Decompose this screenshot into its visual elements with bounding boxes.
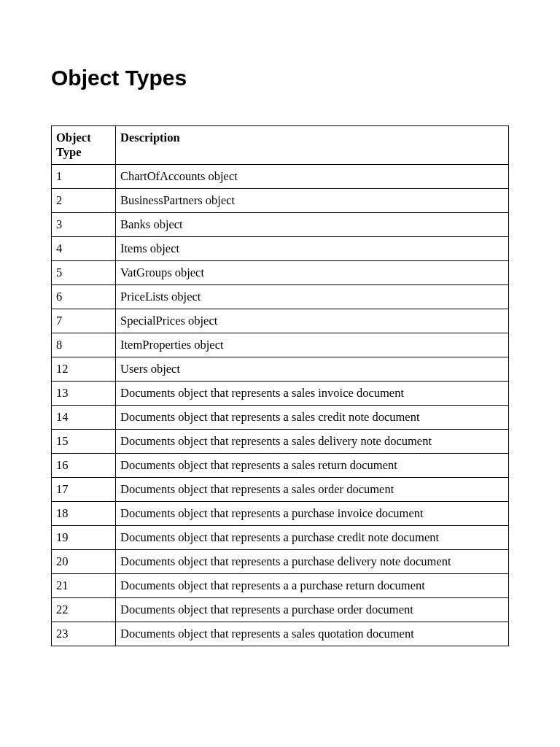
table-row: 14Documents object that represents a sal… [52,406,509,430]
col-header-object-type: Object Type [52,126,116,165]
table-row: 20Documents object that represents a pur… [52,550,509,574]
page-title: Object Types [51,66,509,90]
cell-object-type: 8 [52,333,116,357]
table-row: 13Documents object that represents a sal… [52,382,509,406]
col-header-description: Description [116,126,509,165]
cell-description: Documents object that represents a sales… [116,454,509,478]
cell-description: ItemProperties object [116,333,509,357]
cell-object-type: 3 [52,213,116,237]
cell-object-type: 21 [52,574,116,598]
cell-object-type: 20 [52,550,116,574]
cell-description: Items object [116,237,509,261]
cell-object-type: 4 [52,237,116,261]
cell-object-type: 22 [52,598,116,622]
cell-description: Documents object that represents a sales… [116,622,509,646]
cell-object-type: 6 [52,285,116,309]
cell-description: Documents object that represents a sales… [116,478,509,502]
table-row: 21Documents object that represents a a p… [52,574,509,598]
cell-object-type: 16 [52,454,116,478]
object-types-table: Object Type Description 1ChartOfAccounts… [51,125,509,646]
table-row: 2BusinessPartners object [52,189,509,213]
table-row: 23Documents object that represents a sal… [52,622,509,646]
cell-description: ChartOfAccounts object [116,165,509,189]
cell-object-type: 1 [52,165,116,189]
cell-description: Documents object that represents a purch… [116,598,509,622]
table-row: 6PriceLists object [52,285,509,309]
table-row: 19Documents object that represents a pur… [52,526,509,550]
cell-object-type: 15 [52,430,116,454]
cell-object-type: 14 [52,406,116,430]
cell-description: Documents object that represents a sales… [116,430,509,454]
table-row: 8ItemProperties object [52,333,509,357]
cell-description: Documents object that represents a sales… [116,406,509,430]
table-row: 3Banks object [52,213,509,237]
cell-object-type: 18 [52,502,116,526]
cell-object-type: 23 [52,622,116,646]
cell-description: VatGroups object [116,261,509,285]
cell-object-type: 13 [52,382,116,406]
cell-description: SpecialPrices object [116,309,509,333]
table-row: 7SpecialPrices object [52,309,509,333]
table-row: 15Documents object that represents a sal… [52,430,509,454]
cell-description: Users object [116,357,509,382]
cell-description: Documents object that represents a a pur… [116,574,509,598]
cell-object-type: 7 [52,309,116,333]
cell-description: PriceLists object [116,285,509,309]
cell-object-type: 17 [52,478,116,502]
cell-object-type: 12 [52,357,116,382]
cell-object-type: 2 [52,189,116,213]
cell-description: Documents object that represents a sales… [116,382,509,406]
table-row: 16Documents object that represents a sal… [52,454,509,478]
table-row: 1ChartOfAccounts object [52,165,509,189]
table-row: 12Users object [52,357,509,382]
table-header-row: Object Type Description [52,126,509,165]
table-row: 17Documents object that represents a sal… [52,478,509,502]
cell-description: Banks object [116,213,509,237]
cell-object-type: 19 [52,526,116,550]
cell-description: Documents object that represents a purch… [116,550,509,574]
table-row: 4Items object [52,237,509,261]
cell-description: Documents object that represents a purch… [116,502,509,526]
cell-object-type: 5 [52,261,116,285]
cell-description: BusinessPartners object [116,189,509,213]
cell-description: Documents object that represents a purch… [116,526,509,550]
table-row: 22Documents object that represents a pur… [52,598,509,622]
table-row: 18Documents object that represents a pur… [52,502,509,526]
table-row: 5VatGroups object [52,261,509,285]
